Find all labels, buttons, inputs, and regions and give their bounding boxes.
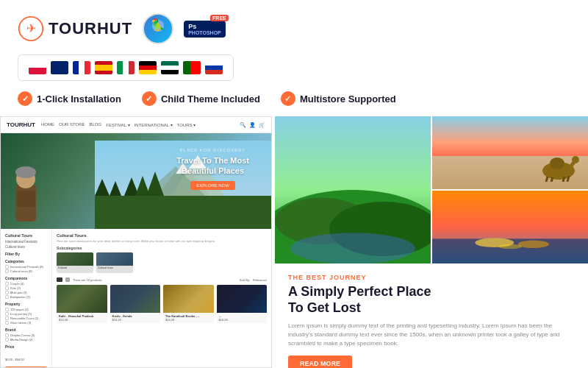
sidebar-cat-1: International Festivals (8) xyxy=(5,265,47,269)
svg-line-32 xyxy=(563,177,564,182)
flag-uae xyxy=(161,61,179,74)
top-section: ✈ TOURHUT 🦜 Ps PHOTOSHOP xyxy=(0,0,588,116)
subcategory-card-2[interactable]: Cultural tours xyxy=(96,252,133,273)
store-main-header: Cultural Tours Here are some accessories… xyxy=(57,233,267,243)
sort-value[interactable]: Relevance xyxy=(253,278,267,282)
avatar-badge: 🦜 xyxy=(143,13,173,44)
ps-badge: Ps PHOTOSHOP xyxy=(184,21,226,38)
logo-row: ✈ TOURHUT 🦜 Ps PHOTOSHOP xyxy=(18,13,570,44)
features-row: ✓ 1-Click Installation ✓ Child Theme Inc… xyxy=(18,91,570,106)
product-card-2[interactable]: Keolo - Kerala $14.28 xyxy=(110,285,161,323)
svg-point-27 xyxy=(550,158,564,169)
sidebar-categories-title: Categories xyxy=(5,259,47,263)
sort-label: Sort By: xyxy=(240,278,250,282)
photo-camel xyxy=(432,116,588,189)
user-icon[interactable]: 👤 xyxy=(249,122,256,128)
toolbar-row: There are 19 products. Sort By: Relevanc… xyxy=(57,277,267,282)
grid-view-icon[interactable] xyxy=(57,277,62,282)
store-main: Cultural Tours Here are some accessories… xyxy=(52,229,271,368)
bottom-right-panel: THE BEST JOURNEY A Simply Perfect PlaceT… xyxy=(275,263,588,368)
store-nav-logo: TOURHUT xyxy=(7,121,35,128)
svg-point-25 xyxy=(290,233,415,263)
store-content: Cultural Tours International Festivals C… xyxy=(1,229,271,368)
feature-child-theme: ✓ Child Theme Included xyxy=(142,91,260,106)
svg-rect-20 xyxy=(17,191,35,207)
read-more-button[interactable]: READ MORE xyxy=(288,355,352,368)
flag-france xyxy=(73,61,90,74)
flag-portugal xyxy=(183,61,201,74)
cart-icon[interactable]: 🛒 xyxy=(259,122,265,128)
svg-point-19 xyxy=(15,166,36,178)
store-sidebar: Cultural Tours International Festivals C… xyxy=(1,229,52,368)
subcategory-items: Cultural Cultural tours xyxy=(57,252,267,273)
bottom-section: TOURHUT HOME OUR STORE BLOG FESTIVAL ▾ I… xyxy=(0,116,588,368)
hero-cta-button[interactable]: EXPLORE NOW xyxy=(190,181,235,190)
feature-multistore: ✓ Multistore Supported xyxy=(281,91,396,106)
flag-row xyxy=(18,54,234,81)
subcategories-label: Subcategories xyxy=(57,246,267,250)
feature-1-click-label: 1-Click Installation xyxy=(37,93,121,105)
svg-text:✈: ✈ xyxy=(26,21,36,35)
check-icon-2: ✓ xyxy=(142,91,157,106)
sidebar-link-cultural[interactable]: Cultural tours xyxy=(5,245,47,249)
store-description: Here are some accessories for your desk,… xyxy=(57,239,267,243)
hero-person xyxy=(10,163,43,229)
svg-line-31 xyxy=(551,177,553,182)
subcategory-card-1[interactable]: Cultural xyxy=(57,252,93,273)
flag-germany xyxy=(139,61,157,74)
camel-svg xyxy=(537,145,581,182)
product-grid: Kafri - Himachal Pradesh $14.28 Keolo - … xyxy=(57,285,267,323)
flag-russia xyxy=(205,61,223,74)
feature-description: Lorem ipsum is simply dummy text of the … xyxy=(288,322,575,348)
photo-sunset xyxy=(432,191,588,263)
flag-uk xyxy=(51,61,68,74)
sidebar-property-title: Property xyxy=(5,302,47,306)
store-hero: PLACE FOR DISCOVERY Travel To The MostBe… xyxy=(1,133,271,229)
store-nav-links: HOME OUR STORE BLOG FESTIVAL ▾ INTERNATI… xyxy=(41,122,196,127)
sidebar-cat-2: Cultural tours (8) xyxy=(5,269,47,273)
logo: ✈ TOURHUT xyxy=(18,15,132,42)
journey-label: THE BEST JOURNEY xyxy=(288,274,575,281)
feature-child-theme-label: Child Theme Included xyxy=(161,93,260,105)
search-icon[interactable]: 🔍 xyxy=(240,122,246,128)
feature-multistore-label: Multistore Supported xyxy=(300,93,396,105)
store-breadcrumb: Cultural Tours xyxy=(57,233,267,238)
list-view-icon[interactable] xyxy=(65,277,70,282)
product-card-3[interactable]: The Karaikudi Border -... $14.28 xyxy=(163,285,214,323)
logo-text: TOURHUT xyxy=(49,19,132,38)
svg-rect-11 xyxy=(95,196,271,229)
feature-1-click: ✓ 1-Click Installation xyxy=(18,91,121,106)
feature-title: A Simply Perfect PlaceTo Get Lost xyxy=(288,284,575,316)
photo-green-landscape xyxy=(275,116,431,263)
photo-grid xyxy=(275,116,588,263)
svg-text:🦜: 🦜 xyxy=(151,18,165,32)
check-icon-1: ✓ xyxy=(18,91,32,106)
sidebar-title: Cultural Tours xyxy=(5,233,47,238)
sidebar-link-festivals[interactable]: International Festivals xyxy=(5,240,47,244)
svg-point-38 xyxy=(498,244,522,249)
sidebar-companions-title: Companions xyxy=(5,276,47,280)
svg-line-33 xyxy=(567,176,569,182)
svg-line-30 xyxy=(546,177,548,182)
store-preview: TOURHUT HOME OUR STORE BLOG FESTIVAL ▾ I… xyxy=(0,116,272,368)
main-container: ✈ TOURHUT 🦜 Ps PHOTOSHOP xyxy=(0,0,588,368)
svg-point-29 xyxy=(572,156,579,163)
product-count: There are 19 products. xyxy=(73,278,102,282)
flag-poland xyxy=(29,61,46,74)
right-section: THE BEST JOURNEY A Simply Perfect PlaceT… xyxy=(275,116,588,368)
flag-spain xyxy=(95,61,112,74)
svg-point-37 xyxy=(518,241,549,249)
hero-title: Travel To The MostBeautiful Places xyxy=(176,155,249,177)
sidebar-filter-title: Filter By xyxy=(5,252,47,256)
product-card-1[interactable]: Kafri - Himachal Pradesh $14.28 xyxy=(57,285,107,323)
store-nav: TOURHUT HOME OUR STORE BLOG FESTIVAL ▾ I… xyxy=(1,117,271,133)
product-card-4[interactable]: ... $14.28 xyxy=(217,285,268,323)
check-icon-3: ✓ xyxy=(281,91,295,106)
logo-icon: ✈ xyxy=(18,15,44,42)
hero-text: PLACE FOR DISCOVERY Travel To The MostBe… xyxy=(176,148,249,190)
flag-italy xyxy=(117,61,135,74)
hero-subtitle: PLACE FOR DISCOVERY xyxy=(176,148,249,152)
